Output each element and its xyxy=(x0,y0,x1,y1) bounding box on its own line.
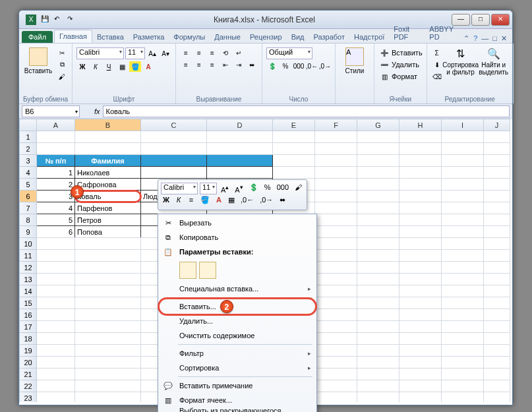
row-header[interactable]: 1 xyxy=(20,131,37,143)
paste-option-values[interactable] xyxy=(199,262,216,279)
select-all-button[interactable] xyxy=(20,119,37,131)
paste-option-all[interactable] xyxy=(179,262,196,279)
italic-button[interactable]: К xyxy=(90,61,102,72)
comma-icon[interactable]: 000 xyxy=(275,183,291,194)
ctx-copy[interactable]: ⧉Копировать xyxy=(160,230,315,245)
row-header[interactable]: 21 xyxy=(20,368,37,380)
comma-icon[interactable]: 000 xyxy=(293,61,305,71)
formula-input[interactable]: Коваль xyxy=(103,105,510,117)
row-header[interactable]: 18 xyxy=(20,333,37,345)
col-header[interactable]: C xyxy=(141,119,207,131)
ctx-delete[interactable]: Удалить... xyxy=(160,314,315,328)
ctx-paste-special[interactable]: Специальная вставка... xyxy=(160,281,315,296)
row-header[interactable]: 22 xyxy=(20,380,37,392)
tab-developer[interactable]: Разработ xyxy=(309,31,349,43)
doc-close-icon[interactable]: ✕ xyxy=(501,34,507,43)
tab-view[interactable]: Вид xyxy=(287,31,309,43)
col-header[interactable]: A xyxy=(37,119,75,131)
currency-icon[interactable]: 💲 xyxy=(247,183,260,194)
tab-insert[interactable]: Вставка xyxy=(92,31,129,43)
ctx-format-cells[interactable]: ▥Формат ячеек... xyxy=(160,393,315,407)
row-header[interactable]: 11 xyxy=(20,250,37,262)
undo-icon[interactable]: ↶ xyxy=(53,15,64,25)
border-button[interactable]: ▦ xyxy=(116,61,128,72)
ctx-insert[interactable]: Вставить... 2 xyxy=(160,299,315,314)
font-size-combo[interactable]: 11 xyxy=(125,47,145,59)
copy-icon[interactable]: ⧉ xyxy=(56,59,68,70)
align-center-icon[interactable]: ≡ xyxy=(186,195,196,207)
row-header[interactable]: 16 xyxy=(20,309,37,321)
table-header[interactable]: Фамилия xyxy=(75,155,141,167)
tab-formulas[interactable]: Формулы xyxy=(169,31,210,43)
font-name-combo[interactable]: Calibri xyxy=(76,47,124,59)
help-icon[interactable]: ? xyxy=(473,34,477,43)
ribbon-min-icon[interactable]: ⌃ xyxy=(463,34,469,43)
mini-font-combo[interactable]: Calibri xyxy=(161,183,198,194)
grow-font-icon[interactable]: A▴ xyxy=(219,183,231,194)
inc-decimal-icon[interactable]: ,0← xyxy=(306,61,318,71)
currency-icon[interactable]: 💲 xyxy=(266,61,278,71)
table-header[interactable]: № п/п xyxy=(37,155,75,167)
align-right-icon[interactable]: ≡ xyxy=(206,59,218,70)
font-color-button[interactable]: A xyxy=(142,61,154,72)
bold-button[interactable]: Ж xyxy=(161,195,171,207)
ctx-comment[interactable]: 💬Вставить примечание xyxy=(160,378,315,393)
col-header[interactable]: B xyxy=(75,119,141,131)
align-left-icon[interactable]: ≡ xyxy=(180,59,192,70)
row-header[interactable]: 5 xyxy=(20,179,37,191)
fill-color-button[interactable]: 🪣 xyxy=(129,61,141,72)
align-bot-icon[interactable]: ≡ xyxy=(206,47,218,58)
tab-addins[interactable]: Надстрої xyxy=(349,31,389,43)
row-header[interactable]: 2 xyxy=(20,143,37,155)
row-header[interactable]: 9 xyxy=(20,226,37,238)
col-header[interactable]: D xyxy=(207,119,273,131)
doc-restore-icon[interactable]: □ xyxy=(492,34,497,43)
row-header[interactable]: 13 xyxy=(20,274,37,285)
fx-icon[interactable]: fx xyxy=(92,107,103,115)
fill-icon[interactable]: ⬇ xyxy=(431,59,443,70)
doc-min-icon[interactable]: — xyxy=(481,34,488,43)
name-box[interactable]: B6 xyxy=(22,105,80,117)
number-format-combo[interactable]: Общий xyxy=(266,47,312,59)
ctx-sort[interactable]: Сортировка xyxy=(160,361,315,375)
tab-file[interactable]: Файл xyxy=(22,31,53,43)
ctx-dropdown-list[interactable]: Выбрать из раскрывающегося списка... xyxy=(160,407,315,412)
format-cells-icon[interactable]: ▥ xyxy=(378,71,390,82)
close-button[interactable]: ✕ xyxy=(491,14,510,26)
fill-color-button[interactable]: 🪣 xyxy=(198,195,212,207)
orientation-icon[interactable]: ⟲ xyxy=(220,47,231,58)
dec-decimal-icon[interactable]: ,0→ xyxy=(258,195,275,207)
align-center-icon[interactable]: ≡ xyxy=(193,59,205,70)
tab-abbyy[interactable]: ABBYY PD xyxy=(425,23,463,43)
merge-icon[interactable]: ⬌ xyxy=(246,59,258,70)
ctx-clear[interactable]: Очистить содержимое xyxy=(160,328,315,343)
ctx-filter[interactable]: Фильтр xyxy=(160,346,315,361)
tab-foxit[interactable]: Foxit PDF xyxy=(389,23,425,43)
row-header[interactable]: 14 xyxy=(20,285,37,297)
dec-decimal-icon[interactable]: ,0→ xyxy=(319,61,331,71)
italic-button[interactable]: К xyxy=(173,195,184,207)
row-header[interactable]: 15 xyxy=(20,297,37,309)
tab-home[interactable]: Главная xyxy=(54,30,92,43)
row-header[interactable]: 4 xyxy=(20,167,37,179)
insert-cells-button[interactable]: Вставить xyxy=(392,49,423,57)
row-header[interactable]: 20 xyxy=(20,357,37,368)
row-header[interactable]: 12 xyxy=(20,262,37,274)
row-header[interactable]: 23 xyxy=(20,392,37,403)
format-cells-button[interactable]: Формат xyxy=(392,73,417,80)
tab-data[interactable]: Данные xyxy=(210,31,245,43)
active-cell[interactable]: Коваль xyxy=(75,191,141,202)
inc-decimal-icon[interactable]: ,0← xyxy=(239,195,256,207)
col-header[interactable]: E xyxy=(273,119,315,131)
row-header[interactable]: 7 xyxy=(20,202,37,214)
maximize-button[interactable]: □ xyxy=(471,14,490,26)
underline-button[interactable]: Ч xyxy=(103,61,115,72)
delete-cells-icon[interactable]: ➖ xyxy=(378,59,390,70)
row-header[interactable]: 6 xyxy=(20,191,37,202)
percent-icon[interactable]: % xyxy=(280,61,291,71)
shrink-font-icon[interactable]: A▾ xyxy=(160,48,171,59)
sort-filter-button[interactable]: ⇅ Сортировка и фильтр xyxy=(446,45,476,76)
redo-icon[interactable]: ↷ xyxy=(67,15,77,25)
border-button[interactable]: ▦ xyxy=(226,195,237,207)
grow-font-icon[interactable]: A▴ xyxy=(146,48,158,59)
